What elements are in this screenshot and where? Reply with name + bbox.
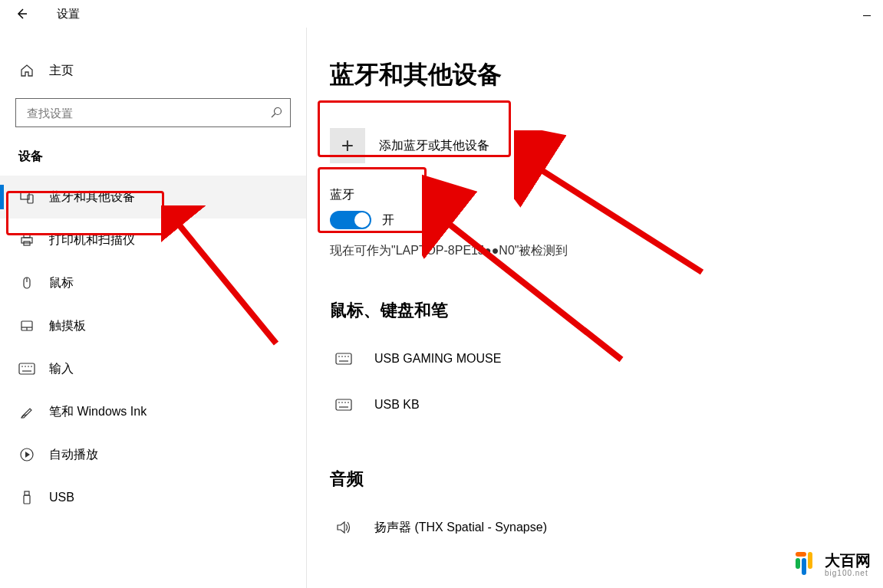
add-device-tile: + — [330, 128, 365, 163]
device-name: 扬声器 (THX Spatial - Synapse) — [374, 520, 547, 536]
svg-rect-22 — [24, 495, 30, 504]
pen-icon — [18, 403, 35, 420]
minimize-button[interactable] — [855, 8, 878, 23]
device-row[interactable]: USB KB — [330, 382, 860, 428]
svg-rect-29 — [336, 399, 351, 410]
back-button[interactable] — [8, 0, 35, 28]
search-input[interactable] — [16, 99, 290, 126]
bluetooth-toggle[interactable] — [330, 211, 371, 229]
bluetooth-status-text: 现在可作为"LAPTOP-8PE1J●●N0"被检测到 — [330, 243, 860, 259]
sidebar-item-label: USB — [49, 491, 74, 504]
touchpad-icon — [18, 317, 35, 334]
sidebar-home[interactable]: 主页 — [0, 52, 306, 89]
sidebar-item-label: 打印机和扫描仪 — [49, 232, 135, 248]
add-device-label: 添加蓝牙或其他设备 — [379, 138, 489, 154]
minimize-icon — [863, 15, 871, 16]
sidebar-item-bluetooth[interactable]: 蓝牙和其他设备 — [0, 176, 306, 218]
sidebar-item-label: 鼠标 — [49, 275, 74, 291]
device-row[interactable]: USB GAMING MOUSE — [330, 336, 860, 382]
watermark-logo-icon — [796, 552, 819, 575]
sidebar-item-label: 触摸板 — [49, 318, 86, 334]
device-name: USB GAMING MOUSE — [374, 352, 501, 366]
home-icon — [18, 62, 35, 79]
plus-icon: + — [341, 135, 354, 156]
sidebar-item-label: 输入 — [49, 361, 74, 377]
sidebar-item-usb[interactable]: USB — [0, 476, 306, 519]
sidebar-home-label: 主页 — [49, 63, 74, 79]
svg-rect-23 — [336, 353, 351, 364]
devices-icon — [18, 189, 35, 205]
sidebar-item-printers[interactable]: 打印机和扫描仪 — [0, 218, 306, 261]
watermark: 大百网 big100.net — [796, 552, 871, 577]
sidebar-item-autoplay[interactable]: 自动播放 — [0, 433, 306, 476]
toggle-knob — [354, 212, 370, 228]
speaker-icon — [333, 517, 354, 538]
watermark-sub: big100.net — [825, 569, 871, 577]
search-icon — [270, 107, 282, 119]
content-pane: 蓝牙和其他设备 + 添加蓝牙或其他设备 蓝牙 开 现在可作为"LAPTOP-8P… — [307, 28, 883, 588]
svg-rect-6 — [24, 235, 30, 238]
sidebar-item-label: 自动播放 — [49, 447, 98, 463]
sidebar-item-typing[interactable]: 输入 — [0, 347, 306, 390]
bluetooth-toggle-label: 开 — [382, 212, 394, 228]
page-title: 蓝牙和其他设备 — [330, 58, 860, 92]
device-row[interactable]: 扬声器 (THX Spatial - Synapse) — [330, 504, 860, 550]
bluetooth-subheading: 蓝牙 — [330, 187, 860, 203]
device-name: USB KB — [374, 398, 420, 412]
add-device-button[interactable]: + 添加蓝牙或其他设备 — [330, 118, 522, 173]
sidebar-item-mouse[interactable]: 鼠标 — [0, 261, 306, 304]
sidebar-item-label: 蓝牙和其他设备 — [49, 189, 135, 205]
device-category-heading: 鼠标、键盘和笔 — [330, 299, 860, 322]
window-title: 设置 — [57, 7, 80, 21]
keyboard-icon — [333, 394, 354, 416]
svg-rect-5 — [21, 238, 32, 243]
usb-icon — [18, 489, 35, 506]
keyboard-icon — [18, 360, 35, 377]
sidebar: 主页 设备 蓝牙和其他设备打印机和扫描仪鼠标触摸板输入笔和 Windows In… — [0, 28, 307, 588]
svg-marker-20 — [25, 452, 30, 458]
mouse-icon — [18, 274, 35, 291]
svg-rect-21 — [25, 491, 29, 495]
play-icon — [18, 446, 35, 463]
sidebar-item-pen[interactable]: 笔和 Windows Ink — [0, 390, 306, 433]
search-box[interactable] — [15, 98, 291, 127]
keyboard-icon — [333, 348, 354, 370]
watermark-main: 大百网 — [825, 552, 871, 569]
back-arrow-icon — [15, 8, 28, 20]
svg-rect-13 — [19, 363, 35, 374]
svg-line-2 — [272, 113, 275, 117]
device-category-heading: 音频 — [330, 468, 860, 491]
sidebar-section-label: 设备 — [0, 143, 306, 176]
sidebar-item-label: 笔和 Windows Ink — [49, 404, 147, 420]
printer-icon — [18, 232, 35, 248]
sidebar-item-touchpad[interactable]: 触摸板 — [0, 304, 306, 347]
